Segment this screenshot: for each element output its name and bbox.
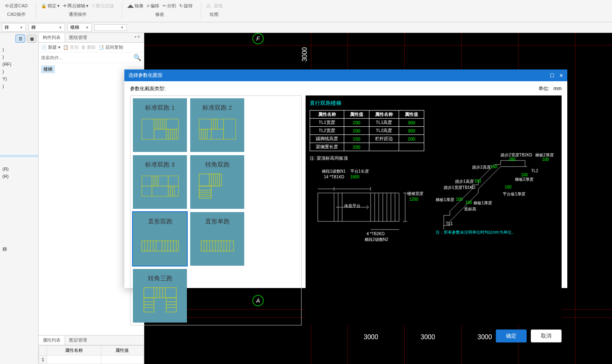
grid-line (575, 33, 575, 364)
view-mode-2-button[interactable]: ▦ (27, 35, 37, 43)
tab-components[interactable]: 构件列表 (39, 33, 65, 42)
preview-title: 直行双跑楼梯 (310, 100, 558, 107)
copy-button[interactable]: 📋 复制 (63, 44, 79, 50)
preview-pane: 直行双跑楼梯 属性名称 属性值 属性名称 属性值 TL1宽度200TL1高度30… (306, 95, 562, 325)
split-button[interactable]: ✂ 分割 (163, 3, 176, 9)
tab-props[interactable]: 属性列表 (39, 336, 65, 345)
shape-item-std1[interactable]: 标准双跑 1 (133, 98, 187, 152)
lock-button[interactable]: 🔒 锁定 ▾ (41, 3, 60, 9)
separator (201, 2, 201, 19)
tree-item[interactable]: ) (2, 82, 37, 90)
cancel-button[interactable]: 取消 (531, 329, 562, 342)
dimension: 3000 (301, 47, 308, 62)
mirror-button[interactable]: ◢◣ 镜像 (127, 3, 143, 9)
shape-item-straight2[interactable]: 直形双跑 (133, 212, 187, 266)
tree-item[interactable]: 梯 (2, 245, 37, 254)
diagram: 梯段1级数N1 平台1长度 14 *TB1KD 1800 休息平台 楼梯宽度 1… (310, 165, 558, 270)
tree-item[interactable]: (R) (2, 173, 37, 180)
selector-row: 择▼ 梯▼ 楼梯▼ ▼ (0, 22, 612, 33)
view-mode-1-button[interactable]: ☰ (15, 35, 25, 43)
restore-cad-button[interactable]: ⟲ 还原CAD (5, 3, 28, 9)
tree-item[interactable]: ) (2, 53, 37, 61)
common-ops-group: 🔒 锁定 ▾ ✛ 两点辅轴 ▾ ▽ 图元过滤 通用操作 (38, 1, 117, 17)
delete-button[interactable]: 🗑 删除 (81, 44, 96, 50)
row-number: 1 (39, 355, 47, 364)
tab-layers[interactable]: 图层管理 (65, 336, 91, 345)
props-table: 属性名称 属性值 1 (39, 345, 144, 364)
close-icon[interactable]: ✕ (559, 73, 563, 78)
shape-item-corner2[interactable]: 转角双跑 (190, 155, 244, 209)
component-tabs: 构件列表 图纸管理 ▪ × (39, 33, 144, 43)
tree-item-stair[interactable]: 楼梯 (41, 65, 55, 73)
two-point-button[interactable]: ✛ 两点辅轴 ▾ (63, 3, 89, 9)
shape-item-std3[interactable]: 标准双跑 3 (133, 155, 187, 209)
selector-2[interactable]: 梯▼ (28, 23, 65, 32)
cad-ops-label[interactable]: CAD操作 (7, 11, 26, 17)
point-button[interactable]: 点 (206, 3, 211, 9)
shape-item-straight1[interactable]: 直形单跑 (190, 212, 244, 266)
cad-group: ⟲ 还原CAD CAD操作 (2, 1, 31, 17)
svg-rect-70 (144, 288, 176, 298)
search-icon[interactable]: 🔍 (133, 54, 141, 61)
grid-marker-f: F (252, 33, 264, 44)
draw-group: 点 直线 绘图 (203, 1, 226, 17)
dialog-titlebar[interactable]: 选择参数化图形 ☐ ✕ (124, 69, 567, 81)
search-input[interactable] (41, 55, 133, 60)
layer-copy-button[interactable]: 📑 层间复制 (98, 44, 123, 50)
separator (36, 2, 36, 19)
offset-button[interactable]: ≡ 偏移 (147, 3, 159, 9)
top-toolbar: ⟲ 还原CAD CAD操作 🔒 锁定 ▾ ✛ 两点辅轴 ▾ ▽ 图元过滤 通用操… (0, 0, 612, 22)
prop-name-cell[interactable] (47, 355, 101, 364)
maximize-icon[interactable]: ☐ (550, 73, 554, 78)
note-2: 注：所有参数未注明单位时均以mm为单位。 (436, 230, 516, 235)
filter-button[interactable]: ▽ 图元过滤 (92, 3, 114, 9)
parametric-shape-dialog: 选择参数化图形 ☐ ✕ 参数化截面类型: 单位: mm 标准双跑 1 标准双跑 … (124, 69, 567, 288)
rotate-button[interactable]: ↻ 旋转 (179, 3, 193, 9)
selector-3[interactable]: 楼梯▼ (67, 23, 92, 32)
props-section: 属性列表 图层管理 属性名称 属性值 1 (39, 335, 144, 364)
common-ops-label[interactable]: 通用操作 (69, 11, 87, 17)
search-row: 🔍 (39, 52, 144, 63)
component-toolbar: 📄 新建 ▾ 📋 复制 🗑 删除 📑 层间复制 (39, 43, 144, 52)
unit-label: 单位: mm (538, 85, 562, 92)
tree-item[interactable]: ) (2, 68, 37, 75)
dialog-title: 选择参数化图形 (128, 72, 163, 79)
grid-line (144, 45, 612, 46)
left-panel: ☰ ▦ ) ) (RF) ) Y) ) (R) (R) 梯 (0, 33, 39, 364)
shape-grid: 标准双跑 1 标准双跑 2 标准双跑 3 转角双跑 直形双跑 (130, 95, 302, 325)
prop-value-cell[interactable] (101, 355, 143, 364)
dialog-body: 参数化截面类型: 单位: mm 标准双跑 1 标准双跑 2 标准双跑 3 转角 (124, 81, 567, 288)
modify-label[interactable]: 修改 (155, 11, 164, 17)
svg-rect-59 (201, 241, 234, 251)
col-value-header: 属性值 (101, 346, 143, 355)
section-type-label: 参数化截面类型: (130, 85, 165, 92)
left-tree: ) ) (RF) ) Y) ) (R) (R) 梯 (0, 44, 38, 255)
svg-rect-35 (199, 174, 221, 186)
close-icon[interactable]: ▪ × (131, 33, 144, 42)
col-name-header: 属性名称 (47, 346, 101, 355)
separator (122, 2, 122, 19)
tab-drawings[interactable]: 图纸管理 (65, 33, 91, 42)
new-button[interactable]: 📄 新建 ▾ (41, 44, 61, 50)
draw-label[interactable]: 绘图 (210, 11, 219, 17)
selector-4[interactable]: ▼ (94, 24, 127, 31)
tree-item[interactable]: Y) (2, 75, 37, 82)
line-button[interactable]: 直线 (214, 3, 223, 9)
modify-group: ◢◣ 镜像 ≡ 偏移 ✂ 分割 ↻ 旋转 修改 (124, 1, 195, 17)
shape-item-std2[interactable]: 标准双跑 2 (190, 98, 244, 152)
tree-item[interactable]: (R) (2, 165, 37, 173)
selector-1[interactable]: 择▼ (2, 23, 26, 32)
param-table: 属性名称 属性值 属性名称 属性值 TL1宽度200TL1高度300 TL2宽度… (310, 110, 424, 151)
ok-button[interactable]: 确定 (496, 329, 527, 342)
shape-item-corner3[interactable]: 转角三跑 (133, 269, 187, 323)
tree-item[interactable]: ) (2, 46, 37, 53)
tree-item[interactable]: (RF) (2, 61, 37, 68)
dialog-footer: 确定 取消 (130, 325, 562, 342)
